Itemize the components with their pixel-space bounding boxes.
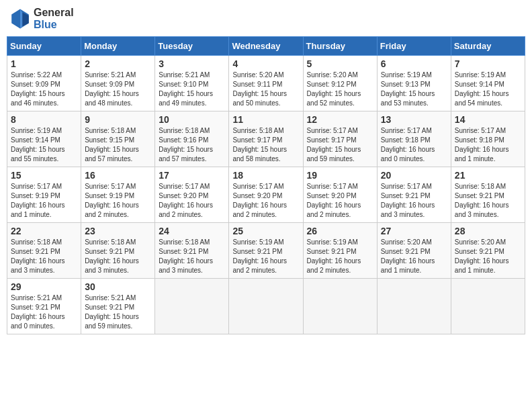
calendar-row: 8Sunrise: 5:19 AM Sunset: 9:14 PM Daylig… xyxy=(7,111,525,167)
day-info: Sunrise: 5:19 AM Sunset: 9:13 PM Dayligh… xyxy=(381,71,447,108)
day-info: Sunrise: 5:18 AM Sunset: 9:17 PM Dayligh… xyxy=(232,126,299,164)
day-cell: 18Sunrise: 5:17 AM Sunset: 9:20 PM Dayli… xyxy=(229,167,303,223)
day-number: 10 xyxy=(159,114,225,125)
header-monday: Monday xyxy=(81,37,155,56)
day-cell: 13Sunrise: 5:17 AM Sunset: 9:18 PM Dayli… xyxy=(377,111,451,167)
day-cell: 23Sunrise: 5:18 AM Sunset: 9:21 PM Dayli… xyxy=(81,223,155,279)
day-cell: 14Sunrise: 5:17 AM Sunset: 9:18 PM Dayli… xyxy=(451,111,525,167)
day-cell: 24Sunrise: 5:18 AM Sunset: 9:21 PM Dayli… xyxy=(155,223,229,279)
day-number: 28 xyxy=(455,226,521,236)
day-info: Sunrise: 5:17 AM Sunset: 9:20 PM Dayligh… xyxy=(159,182,225,220)
day-number: 2 xyxy=(85,58,151,69)
day-number: 30 xyxy=(85,281,151,292)
day-info: Sunrise: 5:17 AM Sunset: 9:18 PM Dayligh… xyxy=(455,126,521,164)
day-cell: 1Sunrise: 5:22 AM Sunset: 9:09 PM Daylig… xyxy=(7,56,81,111)
logo-text: General Blue xyxy=(34,7,74,31)
day-info: Sunrise: 5:20 AM Sunset: 9:21 PM Dayligh… xyxy=(381,238,447,275)
calendar-row: 22Sunrise: 5:18 AM Sunset: 9:21 PM Dayli… xyxy=(7,223,525,279)
day-info: Sunrise: 5:18 AM Sunset: 9:21 PM Dayligh… xyxy=(159,238,225,275)
day-number: 4 xyxy=(232,58,299,69)
calendar-row: 29Sunrise: 5:21 AM Sunset: 9:21 PM Dayli… xyxy=(7,279,525,334)
day-number: 16 xyxy=(85,170,151,181)
day-cell: 22Sunrise: 5:18 AM Sunset: 9:21 PM Dayli… xyxy=(7,223,81,279)
day-cell: 4Sunrise: 5:20 AM Sunset: 9:11 PM Daylig… xyxy=(229,56,303,111)
day-number: 17 xyxy=(159,170,225,181)
day-cell: 15Sunrise: 5:17 AM Sunset: 9:19 PM Dayli… xyxy=(7,167,81,223)
day-number: 9 xyxy=(85,114,151,125)
header-friday: Friday xyxy=(377,37,451,56)
day-info: Sunrise: 5:19 AM Sunset: 9:21 PM Dayligh… xyxy=(232,238,299,275)
day-info: Sunrise: 5:18 AM Sunset: 9:21 PM Dayligh… xyxy=(455,182,521,220)
empty-cell xyxy=(377,279,451,334)
day-number: 7 xyxy=(455,58,521,69)
day-cell: 25Sunrise: 5:19 AM Sunset: 9:21 PM Dayli… xyxy=(229,223,303,279)
day-cell: 20Sunrise: 5:17 AM Sunset: 9:21 PM Dayli… xyxy=(377,167,451,223)
empty-cell xyxy=(303,279,377,334)
day-info: Sunrise: 5:20 AM Sunset: 9:11 PM Dayligh… xyxy=(232,71,299,108)
day-info: Sunrise: 5:17 AM Sunset: 9:21 PM Dayligh… xyxy=(381,182,447,220)
day-number: 21 xyxy=(455,170,521,181)
day-info: Sunrise: 5:17 AM Sunset: 9:18 PM Dayligh… xyxy=(381,126,447,164)
day-cell: 10Sunrise: 5:18 AM Sunset: 9:16 PM Dayli… xyxy=(155,111,229,167)
empty-cell xyxy=(451,279,525,334)
day-cell: 7Sunrise: 5:19 AM Sunset: 9:14 PM Daylig… xyxy=(451,56,525,111)
header-wednesday: Wednesday xyxy=(229,37,303,56)
day-cell: 2Sunrise: 5:21 AM Sunset: 9:09 PM Daylig… xyxy=(81,56,155,111)
day-info: Sunrise: 5:21 AM Sunset: 9:10 PM Dayligh… xyxy=(159,71,225,108)
day-cell: 19Sunrise: 5:17 AM Sunset: 9:20 PM Dayli… xyxy=(303,167,377,223)
day-cell: 26Sunrise: 5:19 AM Sunset: 9:21 PM Dayli… xyxy=(303,223,377,279)
day-info: Sunrise: 5:18 AM Sunset: 9:16 PM Dayligh… xyxy=(159,126,225,164)
day-number: 12 xyxy=(307,114,373,125)
day-number: 15 xyxy=(11,170,77,181)
day-number: 27 xyxy=(381,226,447,236)
day-info: Sunrise: 5:18 AM Sunset: 9:15 PM Dayligh… xyxy=(85,126,151,164)
day-number: 11 xyxy=(232,114,299,125)
day-info: Sunrise: 5:21 AM Sunset: 9:09 PM Dayligh… xyxy=(85,71,151,108)
day-number: 19 xyxy=(307,170,373,181)
day-info: Sunrise: 5:17 AM Sunset: 9:19 PM Dayligh… xyxy=(11,182,77,220)
logo-icon xyxy=(9,8,31,30)
day-number: 20 xyxy=(381,170,447,181)
empty-cell xyxy=(229,279,303,334)
day-cell: 6Sunrise: 5:19 AM Sunset: 9:13 PM Daylig… xyxy=(377,56,451,111)
day-number: 23 xyxy=(85,226,151,236)
day-info: Sunrise: 5:18 AM Sunset: 9:21 PM Dayligh… xyxy=(11,238,77,275)
day-cell: 21Sunrise: 5:18 AM Sunset: 9:21 PM Dayli… xyxy=(451,167,525,223)
day-cell: 12Sunrise: 5:17 AM Sunset: 9:17 PM Dayli… xyxy=(303,111,377,167)
day-info: Sunrise: 5:19 AM Sunset: 9:14 PM Dayligh… xyxy=(11,126,77,164)
day-number: 3 xyxy=(159,58,225,69)
empty-cell xyxy=(155,279,229,334)
day-number: 29 xyxy=(11,281,77,292)
day-info: Sunrise: 5:20 AM Sunset: 9:21 PM Dayligh… xyxy=(455,238,521,275)
header-thursday: Thursday xyxy=(303,37,377,56)
day-cell: 8Sunrise: 5:19 AM Sunset: 9:14 PM Daylig… xyxy=(7,111,81,167)
day-cell: 3Sunrise: 5:21 AM Sunset: 9:10 PM Daylig… xyxy=(155,56,229,111)
calendar-table: Sunday Monday Tuesday Wednesday Thursday… xyxy=(7,36,525,334)
header-tuesday: Tuesday xyxy=(155,37,229,56)
day-cell: 16Sunrise: 5:17 AM Sunset: 9:19 PM Dayli… xyxy=(81,167,155,223)
day-cell: 11Sunrise: 5:18 AM Sunset: 9:17 PM Dayli… xyxy=(229,111,303,167)
day-info: Sunrise: 5:17 AM Sunset: 9:20 PM Dayligh… xyxy=(307,182,373,220)
day-info: Sunrise: 5:19 AM Sunset: 9:14 PM Dayligh… xyxy=(455,71,521,108)
day-number: 13 xyxy=(381,114,447,125)
day-info: Sunrise: 5:21 AM Sunset: 9:21 PM Dayligh… xyxy=(11,293,77,331)
day-cell: 30Sunrise: 5:21 AM Sunset: 9:21 PM Dayli… xyxy=(81,279,155,334)
day-cell: 29Sunrise: 5:21 AM Sunset: 9:21 PM Dayli… xyxy=(7,279,81,334)
weekday-header-row: Sunday Monday Tuesday Wednesday Thursday… xyxy=(7,37,525,56)
day-info: Sunrise: 5:18 AM Sunset: 9:21 PM Dayligh… xyxy=(85,238,151,275)
page-header: General Blue xyxy=(7,7,525,31)
day-number: 18 xyxy=(232,170,299,181)
day-info: Sunrise: 5:17 AM Sunset: 9:17 PM Dayligh… xyxy=(307,126,373,164)
calendar-row: 15Sunrise: 5:17 AM Sunset: 9:19 PM Dayli… xyxy=(7,167,525,223)
day-cell: 5Sunrise: 5:20 AM Sunset: 9:12 PM Daylig… xyxy=(303,56,377,111)
day-cell: 28Sunrise: 5:20 AM Sunset: 9:21 PM Dayli… xyxy=(451,223,525,279)
day-info: Sunrise: 5:17 AM Sunset: 9:19 PM Dayligh… xyxy=(85,182,151,220)
header-saturday: Saturday xyxy=(451,37,525,56)
day-number: 14 xyxy=(455,114,521,125)
svg-marker-2 xyxy=(20,9,22,29)
day-cell: 9Sunrise: 5:18 AM Sunset: 9:15 PM Daylig… xyxy=(81,111,155,167)
day-info: Sunrise: 5:19 AM Sunset: 9:21 PM Dayligh… xyxy=(307,238,373,275)
day-info: Sunrise: 5:21 AM Sunset: 9:21 PM Dayligh… xyxy=(85,293,151,331)
day-cell: 17Sunrise: 5:17 AM Sunset: 9:20 PM Dayli… xyxy=(155,167,229,223)
logo: General Blue xyxy=(9,7,74,31)
